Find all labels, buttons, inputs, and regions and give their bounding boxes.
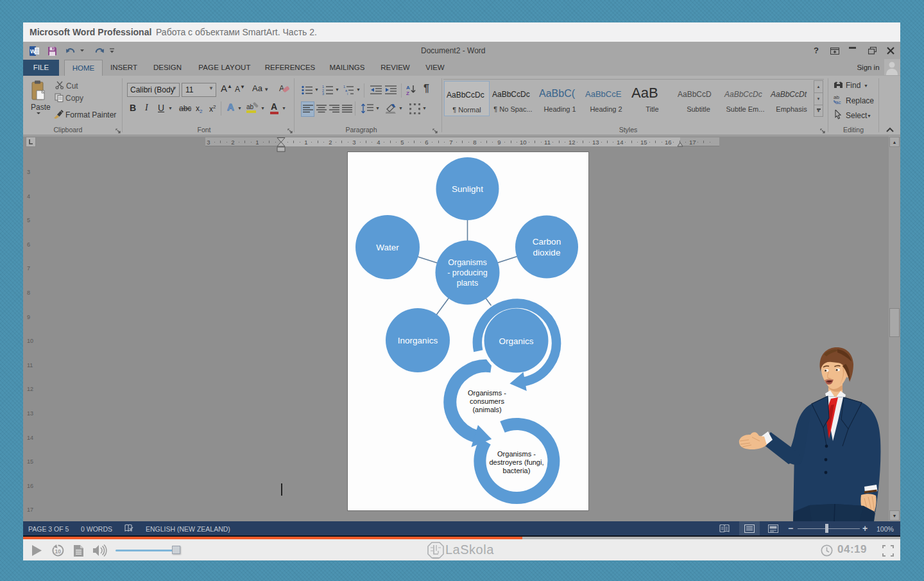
svg-text:dioxide: dioxide: [533, 248, 561, 257]
svg-text:Inorganics: Inorganics: [398, 336, 438, 345]
svg-text:destroyers (fungi,: destroyers (fungi,: [490, 458, 544, 466]
svg-text:(animals): (animals): [472, 406, 501, 413]
svg-text:W: W: [30, 48, 36, 55]
svg-text:Sunlight: Sunlight: [452, 184, 483, 194]
svg-text:Organisms -: Organisms -: [497, 450, 536, 458]
svg-text:consumers: consumers: [470, 397, 504, 405]
svg-text:A: A: [406, 85, 410, 91]
svg-text:- producing: - producing: [447, 268, 488, 277]
svg-text:Organisms -: Organisms -: [468, 389, 506, 397]
svg-text:bacteria): bacteria): [503, 467, 531, 474]
svg-text:Carbon: Carbon: [533, 237, 561, 247]
svg-text:ab: ab: [246, 103, 254, 110]
svg-text:plants: plants: [457, 279, 478, 288]
svg-text:i: i: [347, 92, 348, 95]
svg-text:Organics: Organics: [499, 336, 533, 346]
svg-text:10: 10: [55, 548, 62, 555]
svg-text:Organisms: Organisms: [448, 258, 486, 267]
svg-text:Z: Z: [406, 91, 409, 96]
svg-text:Water: Water: [376, 243, 399, 252]
svg-text:A: A: [279, 84, 284, 93]
svg-text:3: 3: [322, 92, 324, 95]
